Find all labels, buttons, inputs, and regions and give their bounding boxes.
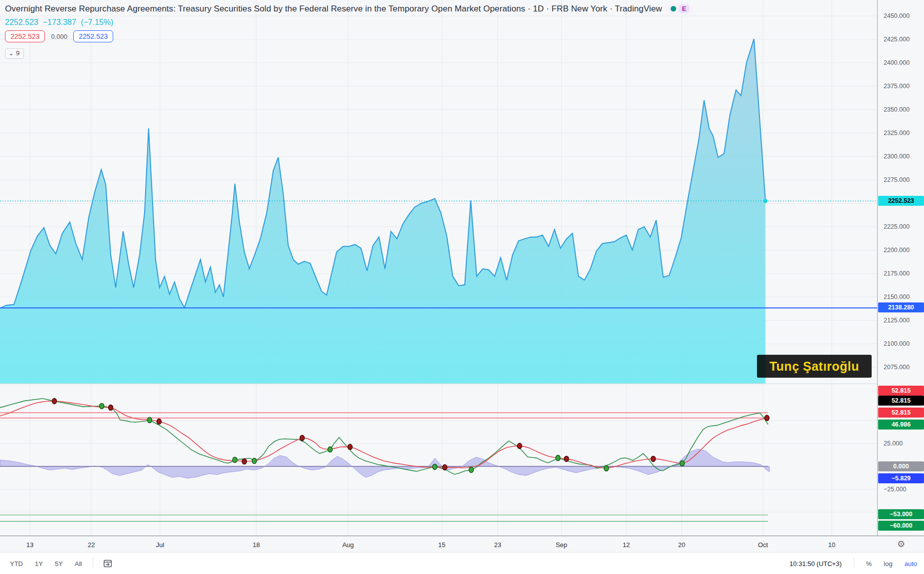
indicator-axis-badge: −5.829 xyxy=(878,473,924,483)
price-axis-label: 2100.000 xyxy=(884,340,910,347)
red-cross-marker xyxy=(518,443,522,449)
data-source-pill[interactable]: E xyxy=(667,3,693,14)
time-axis-label: Sep xyxy=(555,541,567,548)
indicator-axis-badge: −60.000 xyxy=(878,521,924,531)
red-cross-marker xyxy=(109,405,113,411)
market-status-dot-icon xyxy=(671,6,676,11)
last-price-dot xyxy=(763,199,767,203)
price-axis-label: 2225.000 xyxy=(884,223,910,230)
price-axis-label: 2325.000 xyxy=(884,130,910,137)
time-axis-label: Aug xyxy=(342,541,354,548)
green-cross-marker xyxy=(328,447,333,452)
range-button-all[interactable]: All xyxy=(75,560,82,568)
author-watermark: Tunç Şatıroğlu xyxy=(757,355,872,378)
price-axis-label: 2150.000 xyxy=(884,293,910,300)
price-axis-label: 2425.000 xyxy=(884,36,910,43)
green-cross-marker xyxy=(680,460,685,466)
red-cross-marker xyxy=(765,415,769,421)
chart-plot-area[interactable] xyxy=(0,0,877,536)
oscillator-histogram-area xyxy=(0,449,769,478)
time-axis-label: 10 xyxy=(828,541,835,548)
price-axis-label: 2075.000 xyxy=(884,364,910,371)
time-axis-label: 22 xyxy=(88,541,95,548)
price-axis-label: 2275.000 xyxy=(884,176,910,183)
price-change-percent: (−7.15%) xyxy=(81,18,113,27)
blue-level-badge[interactable]: 2252.523 xyxy=(73,30,113,42)
price-axis-label: 2400.000 xyxy=(884,59,910,66)
percent-scale-button[interactable]: % xyxy=(866,560,872,568)
green-cross-marker xyxy=(469,467,474,473)
range-button-ytd[interactable]: YTD xyxy=(10,560,23,568)
time-scale[interactable]: ⚙ 1322Jul18Aug1523Sep1220Oct10 xyxy=(0,536,924,553)
price-axis-label: 2300.000 xyxy=(884,153,910,160)
indicators-count: 9 xyxy=(16,49,19,57)
green-cross-marker xyxy=(233,457,237,462)
price-axis-label: 2200.000 xyxy=(884,247,910,254)
red-cross-marker xyxy=(52,399,57,404)
toolbar-divider xyxy=(93,558,93,569)
red-cross-marker xyxy=(157,419,162,425)
green-cross-marker xyxy=(148,418,152,423)
price-scale[interactable]: 2450.0002425.0002400.0002375.0002350.000… xyxy=(877,0,924,552)
symbol-title[interactable]: Overnight Reverse Repurchase Agreements:… xyxy=(5,4,662,14)
time-axis-label: Jul xyxy=(156,541,165,548)
price-axis-label: 2175.000 xyxy=(884,270,910,277)
indicator-axis-badge: 52.815 xyxy=(878,408,924,418)
green-cross-marker xyxy=(100,403,104,409)
bottom-toolbar: YTD1Y5YAll 10:31:50 (UTC+3) % log auto xyxy=(0,552,924,574)
goto-date-icon[interactable] xyxy=(102,558,113,569)
time-axis-label: 20 xyxy=(678,541,685,548)
green-cross-marker xyxy=(433,464,437,469)
green-cross-marker xyxy=(252,458,257,464)
indicator-axis-badge: −53.000 xyxy=(878,509,924,519)
range-button-1y[interactable]: 1Y xyxy=(35,560,43,568)
green-cross-marker xyxy=(556,455,560,461)
indicator-axis-badge: 52.815 xyxy=(878,396,924,406)
oscillator-green-line xyxy=(0,399,768,474)
time-axis-label: 13 xyxy=(26,541,33,548)
green-cross-marker xyxy=(604,466,609,471)
price-change: −173.387 xyxy=(43,18,76,27)
time-axis-label: 23 xyxy=(494,541,501,548)
price-axis-label: 2125.000 xyxy=(884,317,910,324)
mid-level-value: 0.000 xyxy=(51,33,67,40)
time-axis-label: 18 xyxy=(253,541,260,548)
red-cross-marker xyxy=(300,435,305,441)
chevron-down-icon: ⌄ xyxy=(8,51,14,56)
price-axis-label: 2350.000 xyxy=(884,106,910,113)
tradingview-chart-window: Overnight Reverse Repurchase Agreements:… xyxy=(0,0,924,574)
date-range-buttons: YTD1Y5YAll xyxy=(0,560,82,568)
gear-icon[interactable]: ⚙ xyxy=(895,538,907,550)
indicator-axis-badge: 0.000 xyxy=(878,461,924,471)
indicators-collapse-button[interactable]: ⌄ 9 xyxy=(5,48,24,59)
price-axis-label: 2450.000 xyxy=(884,12,910,19)
price-axis-label: 2375.000 xyxy=(884,83,910,90)
indicator-axis-label: 25.000 xyxy=(884,440,903,447)
red-cross-marker xyxy=(242,459,247,464)
time-axis-label: 12 xyxy=(623,541,630,548)
price-axis-badge: 2138.280 xyxy=(878,302,924,312)
last-price: 2252.523 xyxy=(5,18,38,27)
red-level-badge[interactable]: 2252.523 xyxy=(5,30,45,42)
indicator-axis-badge: 52.815 xyxy=(878,386,924,396)
clock-label[interactable]: 10:31:50 (UTC+3) xyxy=(789,560,841,568)
main-area-fill xyxy=(0,39,765,384)
toolbar-divider xyxy=(854,558,854,569)
data-source-e-badge: E xyxy=(679,4,690,13)
time-axis-label: Oct xyxy=(758,541,768,548)
quote-row: 2252.523 −173.387 (−7.15%) xyxy=(5,18,693,27)
red-cross-marker xyxy=(651,456,656,461)
log-scale-button[interactable]: log xyxy=(884,560,892,568)
time-axis-label: 15 xyxy=(438,541,445,548)
red-cross-marker xyxy=(564,456,569,461)
price-axis-badge: 2252.523 xyxy=(878,196,924,206)
auto-scale-button[interactable]: auto xyxy=(905,560,917,568)
range-button-5y[interactable]: 5Y xyxy=(55,560,63,568)
red-cross-marker xyxy=(443,465,447,470)
indicator-axis-label: −25.000 xyxy=(884,486,907,493)
red-cross-marker xyxy=(348,444,353,450)
level-badges-row: 2252.523 0.000 2252.523 xyxy=(5,30,693,42)
indicator-axis-badge: 46.986 xyxy=(878,420,924,430)
chart-header: Overnight Reverse Repurchase Agreements:… xyxy=(5,3,693,59)
